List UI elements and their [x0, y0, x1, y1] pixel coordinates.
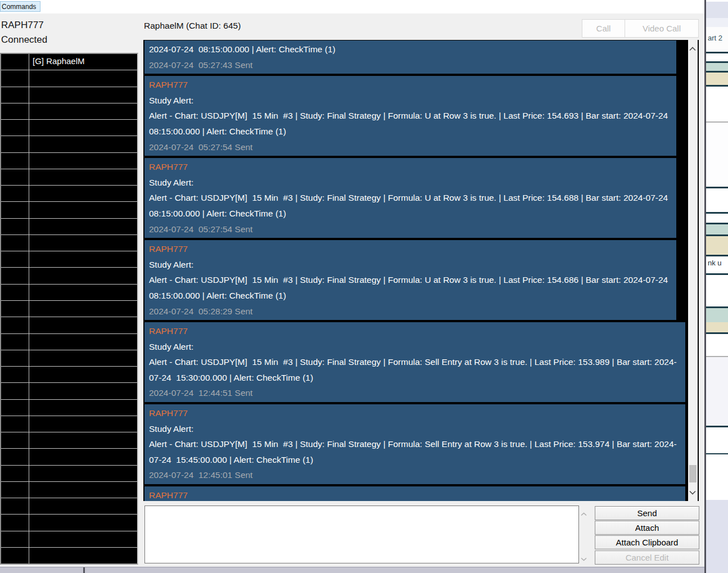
contact-row[interactable] — [1, 219, 137, 235]
contact-name-cell — [29, 136, 137, 152]
message-line: 2024-07-24 12:44:51 Sent — [149, 385, 681, 401]
contact-row[interactable] — [1, 235, 137, 251]
contact-row[interactable] — [1, 317, 137, 333]
contact-row[interactable] — [1, 153, 137, 169]
contact-row[interactable] — [1, 103, 137, 120]
chat-message[interactable]: RAPH777Study Alert:Alert - Chart: USDJPY… — [144, 404, 685, 484]
contact-row[interactable] — [1, 531, 137, 548]
contact-row[interactable] — [1, 515, 137, 531]
background-window-band — [706, 187, 728, 188]
contact-row[interactable] — [1, 169, 137, 186]
chat-message[interactable]: RAPH777Study Alert:Alert - Chart: USDJPY… — [144, 158, 676, 238]
contact-name-cell — [29, 219, 137, 234]
chat-message[interactable]: 2024-07-24 08:15:00.000 | Alert: CheckTi… — [144, 40, 676, 74]
chat-message[interactable]: RAPH777 — [144, 486, 685, 501]
contact-row[interactable]: [G] RaphaelM — [1, 54, 137, 70]
message-line: RAPH777 — [149, 77, 672, 93]
bottom-scroll-strip[interactable] — [0, 567, 704, 573]
chat-message[interactable]: RAPH777Study Alert:Alert - Chart: USDJPY… — [144, 76, 676, 156]
message-line: Alert - Chart: USDJPY[M] 15 Min #3 | Stu… — [149, 354, 681, 385]
chat-message[interactable]: RAPH777Study Alert:Alert - Chart: USDJPY… — [144, 240, 676, 320]
message-line: RAPH777 — [149, 488, 681, 501]
contact-row[interactable] — [1, 334, 137, 350]
contact-row[interactable] — [1, 432, 137, 449]
message-line: 2024-07-24 05:28:29 Sent — [149, 304, 672, 319]
contact-name-cell — [29, 103, 137, 119]
scrollbar-thumb[interactable] — [689, 465, 697, 482]
top-bar: Commands — [0, 0, 704, 13]
background-window-band — [706, 212, 728, 214]
contact-name-cell — [29, 70, 137, 86]
message-line: 2024-07-24 05:27:54 Sent — [149, 222, 672, 237]
contact-name-cell — [29, 251, 137, 267]
strip-divider — [83, 567, 85, 573]
contact-name-cell — [29, 317, 137, 333]
message-line: Study Alert: — [149, 421, 681, 437]
message-line: Alert - Chart: USDJPY[M] 15 Min #3 | Stu… — [149, 272, 672, 303]
contact-row[interactable] — [1, 120, 137, 136]
chat-scrollbar[interactable] — [688, 40, 698, 501]
scroll-up-icon[interactable] — [689, 43, 696, 53]
contact-row[interactable] — [1, 498, 137, 515]
contact-name-cell — [29, 186, 137, 201]
contact-row[interactable] — [1, 285, 137, 301]
contact-status-cell — [1, 251, 29, 267]
contact-status-cell — [1, 186, 29, 201]
background-window-band — [706, 87, 728, 121]
attach-clipboard-button[interactable]: Attach Clipboard — [595, 535, 699, 549]
contact-row[interactable] — [1, 186, 137, 202]
background-window-band — [706, 356, 728, 357]
call-button[interactable]: Call — [582, 19, 625, 38]
background-window-band — [706, 357, 728, 426]
composer-scroll-down-icon[interactable] — [581, 553, 587, 563]
contact-row[interactable] — [1, 400, 137, 416]
message-line: RAPH777 — [149, 241, 672, 257]
contact-row[interactable] — [1, 251, 137, 268]
background-window-band — [706, 426, 728, 427]
contact-row[interactable] — [1, 466, 137, 482]
contact-name-cell — [29, 301, 137, 317]
contact-row[interactable] — [1, 548, 137, 563]
message-line: Study Alert: — [149, 339, 681, 355]
contact-row[interactable] — [1, 350, 137, 367]
contact-name-cell — [29, 153, 137, 169]
message-line: Study Alert: — [149, 175, 672, 191]
message-line: RAPH777 — [149, 405, 681, 421]
message-input[interactable] — [144, 506, 579, 563]
message-line: 2024-07-24 08:15:00.000 | Alert: CheckTi… — [149, 42, 672, 57]
background-window-band — [706, 500, 728, 573]
contact-row[interactable] — [1, 87, 137, 103]
contact-name-cell — [29, 548, 137, 563]
contact-row[interactable] — [1, 202, 137, 218]
message-line: RAPH777 — [149, 159, 672, 175]
contact-row[interactable] — [1, 416, 137, 432]
connection-status: Connected — [1, 34, 47, 46]
contact-status-cell — [1, 235, 29, 251]
scroll-down-icon[interactable] — [689, 487, 696, 497]
contact-status-cell — [1, 70, 29, 86]
contact-name-cell — [29, 285, 137, 300]
contact-row[interactable] — [1, 70, 137, 87]
contact-name-cell — [29, 432, 137, 448]
contact-row[interactable] — [1, 449, 137, 465]
contact-row[interactable] — [1, 136, 137, 152]
contact-row[interactable] — [1, 383, 137, 399]
contact-name-cell — [29, 202, 137, 218]
contact-status-cell — [1, 334, 29, 350]
contact-row[interactable] — [1, 268, 137, 284]
send-button[interactable]: Send — [595, 506, 699, 520]
contact-status-cell — [1, 317, 29, 333]
video-call-button[interactable]: Video Call — [625, 19, 699, 38]
tab-commands[interactable]: Commands — [0, 1, 40, 12]
contact-row[interactable] — [1, 482, 137, 498]
chat-message[interactable]: RAPH777Study Alert:Alert - Chart: USDJPY… — [144, 322, 685, 402]
background-window-band — [706, 236, 728, 255]
contact-row[interactable] — [1, 367, 137, 383]
message-line: Alert - Chart: USDJPY[M] 15 Min #3 | Stu… — [149, 436, 681, 467]
cancel-edit-button[interactable]: Cancel Edit — [595, 551, 699, 565]
contact-row[interactable] — [1, 301, 137, 317]
contact-status-cell — [1, 548, 29, 563]
attach-button[interactable]: Attach — [595, 521, 699, 535]
composer-scroll-up-icon[interactable] — [581, 508, 587, 518]
background-window-band — [706, 273, 728, 275]
